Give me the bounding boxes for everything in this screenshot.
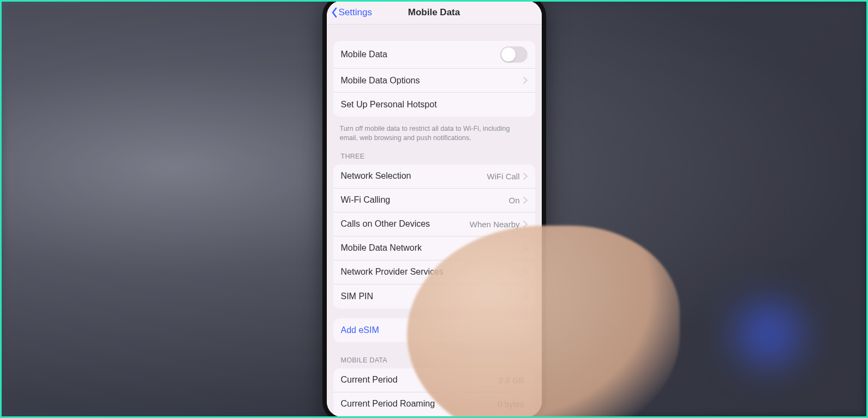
current-period-roaming-value: 0 bytes <box>498 399 524 409</box>
phone-screen: Settings Mobile Data Mobile Data Mobile … <box>327 1 542 417</box>
wifi-calling-value: On <box>508 196 519 205</box>
add-esim-label: Add eSIM <box>341 325 528 335</box>
chevron-right-icon <box>523 293 528 300</box>
current-period-row: Current Period 2.3 GB <box>333 368 535 392</box>
calls-other-devices-row[interactable]: Calls on Other Devices When Nearby <box>333 213 535 237</box>
back-button[interactable]: Settings <box>327 7 372 18</box>
network-provider-services-row[interactable]: Network Provider Services <box>333 261 535 284</box>
chevron-right-icon <box>523 173 528 180</box>
personal-hotspot-label: Set Up Personal Hotspot <box>341 100 528 110</box>
mobile-data-row[interactable]: Mobile Data <box>333 41 535 69</box>
wifi-calling-row[interactable]: Wi-Fi Calling On <box>333 189 535 213</box>
network-selection-row[interactable]: Network Selection WiFi Call <box>333 165 535 189</box>
mobile-data-options-row[interactable]: Mobile Data Options <box>333 69 535 93</box>
page-title: Mobile Data <box>408 7 460 18</box>
network-selection-label: Network Selection <box>341 171 487 181</box>
chevron-right-icon <box>523 221 528 228</box>
mobile-data-options-label: Mobile Data Options <box>341 76 523 86</box>
add-esim-row[interactable]: Add eSIM <box>333 318 535 342</box>
mobile-data-label: Mobile Data <box>341 50 500 59</box>
navigation-bar: Settings Mobile Data <box>327 1 542 25</box>
chevron-right-icon <box>523 269 528 276</box>
current-period-value: 2.3 GB <box>499 375 524 385</box>
back-label: Settings <box>339 7 372 18</box>
current-period-roaming-label: Current Period Roaming <box>341 399 498 409</box>
phone-frame: Settings Mobile Data Mobile Data Mobile … <box>322 0 546 418</box>
mobile-data-network-label: Mobile Data Network <box>341 243 523 253</box>
mobile-data-group: Mobile Data Mobile Data Options Set Up P… <box>333 41 535 117</box>
usage-section-header: MOBILE DATA <box>327 347 542 366</box>
chevron-right-icon <box>523 77 528 84</box>
carrier-section-header: THREE <box>327 143 542 162</box>
carrier-group: Network Selection WiFi Call Wi-Fi Callin… <box>333 165 535 308</box>
wifi-calling-label: Wi-Fi Calling <box>341 195 509 205</box>
chevron-left-icon <box>331 7 338 18</box>
app-usage-row[interactable]: Speedtest 760 MB <box>333 416 535 417</box>
calls-other-devices-value: When Nearby <box>470 220 520 229</box>
network-provider-services-label: Network Provider Services <box>341 267 523 277</box>
sim-pin-label: SIM PIN <box>341 292 523 301</box>
network-selection-value: WiFi Call <box>487 172 520 181</box>
mobile-data-toggle[interactable] <box>500 46 528 63</box>
mobile-data-footer: Turn off mobile data to restrict all dat… <box>327 121 542 143</box>
current-period-roaming-row: Current Period Roaming 0 bytes <box>333 392 535 416</box>
mobile-data-network-row[interactable]: Mobile Data Network <box>333 237 535 261</box>
calls-other-devices-label: Calls on Other Devices <box>341 219 470 229</box>
current-period-label: Current Period <box>341 375 499 385</box>
esim-group: Add eSIM <box>333 318 535 342</box>
settings-content[interactable]: Mobile Data Mobile Data Options Set Up P… <box>327 25 542 417</box>
usage-group: Current Period 2.3 GB Current Period Roa… <box>333 368 535 417</box>
personal-hotspot-row[interactable]: Set Up Personal Hotspot <box>333 93 535 117</box>
chevron-right-icon <box>523 197 528 204</box>
sim-pin-row[interactable]: SIM PIN <box>333 284 535 308</box>
chevron-right-icon <box>523 245 528 252</box>
